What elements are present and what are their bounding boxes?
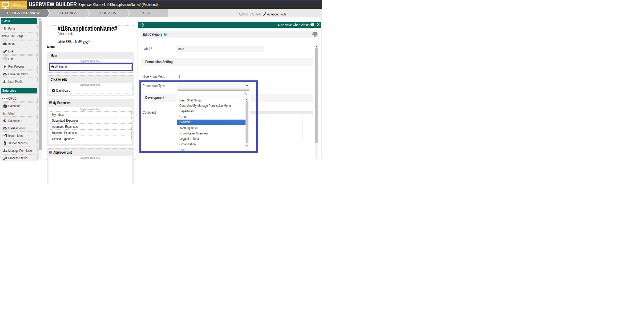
svg-text:Joget: Joget [17, 3, 27, 7]
